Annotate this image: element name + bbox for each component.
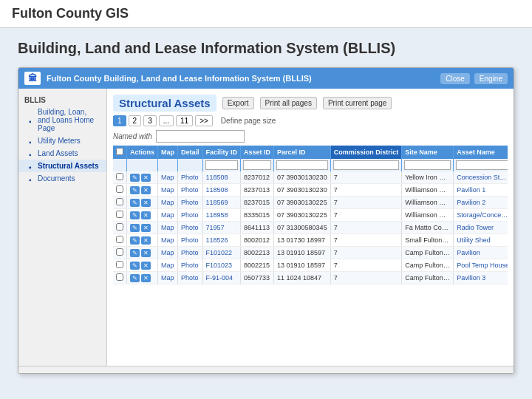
photo-link[interactable]: Photo xyxy=(181,249,199,256)
filter-asset-id-col xyxy=(241,159,274,171)
app-title: Fulton County GIS xyxy=(12,6,129,21)
row-actions: ✎ ✕ xyxy=(127,184,158,197)
map-link[interactable]: Map xyxy=(161,249,174,256)
photo-link[interactable]: Photo xyxy=(181,236,199,244)
row-map: Map xyxy=(158,247,178,259)
row-district: 7 xyxy=(330,247,402,259)
row-select-checkbox[interactable] xyxy=(116,173,123,180)
row-select-checkbox[interactable] xyxy=(116,223,123,231)
page-11-button[interactable]: 11 xyxy=(176,115,193,126)
sidebar-item-documents-label: Documents xyxy=(38,174,75,183)
photo-link[interactable]: Photo xyxy=(181,199,199,206)
table-body: ✎ ✕ Map Photo 118508 8237012 07 39030130… xyxy=(113,171,508,284)
filter-asset-id-input[interactable] xyxy=(243,160,271,170)
select-all-checkbox[interactable] xyxy=(116,148,123,155)
map-link[interactable]: Map xyxy=(161,274,174,282)
sidebar-item-land-assets[interactable]: ▪ Land Assets xyxy=(18,147,106,160)
row-facility-id: 71957 xyxy=(202,222,241,234)
edit-icon[interactable]: ✎ xyxy=(130,199,140,207)
row-select-checkbox[interactable] xyxy=(116,248,123,256)
edit-icon[interactable]: ✎ xyxy=(130,262,140,270)
row-asset-id: 0507733 xyxy=(241,272,274,284)
map-link[interactable]: Map xyxy=(161,224,174,231)
sidebar-item-structural-assets[interactable]: ▪ Structural Assets xyxy=(18,160,106,172)
map-link[interactable]: Map xyxy=(161,174,174,181)
row-asset-name: Pavilion xyxy=(454,247,508,259)
delete-icon[interactable]: ✕ xyxy=(141,186,151,194)
alert-users-button[interactable]: Close xyxy=(440,73,470,84)
delete-icon[interactable]: ✕ xyxy=(141,274,151,282)
page-2-button[interactable]: 2 xyxy=(129,115,142,126)
col-detail: Detail xyxy=(178,146,203,159)
edit-icon[interactable]: ✎ xyxy=(130,211,140,219)
map-link[interactable]: Map xyxy=(161,186,174,194)
row-parcel-id: 07 31300580345 xyxy=(274,222,331,234)
row-select-checkbox[interactable] xyxy=(116,211,123,218)
row-select-checkbox[interactable] xyxy=(116,261,123,268)
filter-facility-col xyxy=(202,159,241,171)
row-select-checkbox[interactable] xyxy=(116,185,123,193)
delete-icon[interactable]: ✕ xyxy=(141,249,151,257)
page-3-button[interactable]: 3 xyxy=(143,115,157,126)
edit-icon[interactable]: ✎ xyxy=(130,224,140,232)
page-ellipsis-button[interactable]: ... xyxy=(159,115,174,126)
row-map: Map xyxy=(158,171,178,184)
photo-link[interactable]: Photo xyxy=(181,174,199,181)
col-map: Map xyxy=(158,146,178,159)
page-1-button[interactable]: 1 xyxy=(113,115,126,126)
photo-link[interactable]: Photo xyxy=(181,274,199,282)
engine-button[interactable]: Engine xyxy=(474,73,508,84)
filter-asset-name-input[interactable] xyxy=(456,160,508,170)
print-current-button[interactable]: Print current page xyxy=(323,97,392,109)
sidebar-item-utility-meters[interactable]: ▪ Utility Meters xyxy=(18,134,106,147)
browser-chrome: 🏛 Fulton County Building, Land and Lease… xyxy=(18,68,514,89)
bullet-icon-3: ▪ xyxy=(29,151,35,157)
map-link[interactable]: Map xyxy=(161,211,174,219)
row-district: 7 xyxy=(330,259,402,272)
row-select-checkbox[interactable] xyxy=(116,236,123,243)
edit-icon[interactable]: ✎ xyxy=(130,274,140,282)
filter-parcel-input[interactable] xyxy=(276,160,328,170)
filter-actions-col xyxy=(127,159,158,171)
scroll-bar[interactable] xyxy=(18,366,514,373)
delete-icon[interactable]: ✕ xyxy=(141,211,151,219)
filter-site-input[interactable] xyxy=(404,160,451,170)
photo-link[interactable]: Photo xyxy=(181,186,199,194)
delete-icon[interactable]: ✕ xyxy=(141,174,151,182)
row-select-checkbox[interactable] xyxy=(116,273,123,281)
map-link[interactable]: Map xyxy=(161,199,174,206)
sidebar-item-land-label: Land Assets xyxy=(38,149,78,157)
photo-link[interactable]: Photo xyxy=(181,224,199,231)
filter-input[interactable] xyxy=(156,130,245,143)
delete-icon[interactable]: ✕ xyxy=(141,236,151,245)
edit-icon[interactable]: ✎ xyxy=(130,186,140,194)
table-row: ✎ ✕ Map Photo 71957 8641113 07 313005803… xyxy=(113,222,508,234)
print-all-button[interactable]: Print all pages xyxy=(260,97,317,109)
delete-icon[interactable]: ✕ xyxy=(141,262,151,270)
map-link[interactable]: Map xyxy=(161,236,174,244)
page-next-button[interactable]: >> xyxy=(195,115,213,126)
row-facility-id: 118508 xyxy=(202,184,241,197)
filter-district-col xyxy=(330,159,402,171)
photo-link[interactable]: Photo xyxy=(181,262,199,269)
filter-checkbox-col xyxy=(113,159,127,171)
sidebar-item-documents[interactable]: ▪ Documents xyxy=(18,172,106,185)
row-asset-name: Pavilion 3 xyxy=(454,272,508,284)
delete-icon[interactable]: ✕ xyxy=(141,199,151,207)
filter-district-input[interactable] xyxy=(333,160,400,170)
row-map: Map xyxy=(158,272,178,284)
export-button[interactable]: Export xyxy=(222,97,254,109)
row-detail: Photo xyxy=(178,259,203,272)
delete-icon[interactable]: ✕ xyxy=(141,224,151,232)
map-link[interactable]: Map xyxy=(161,262,174,269)
photo-link[interactable]: Photo xyxy=(181,211,199,219)
filter-label: Named with xyxy=(113,132,152,140)
edit-icon[interactable]: ✎ xyxy=(130,236,140,245)
edit-icon[interactable]: ✎ xyxy=(130,249,140,257)
filter-facility-input[interactable] xyxy=(205,160,239,170)
row-asset-name: Pavilion 1 xyxy=(454,184,508,197)
row-select-checkbox[interactable] xyxy=(116,198,123,205)
edit-icon[interactable]: ✎ xyxy=(130,174,140,182)
row-map: Map xyxy=(158,184,178,197)
sidebar-item-home[interactable]: ▪ Building, Loan, and Loans Home Page xyxy=(18,106,106,134)
